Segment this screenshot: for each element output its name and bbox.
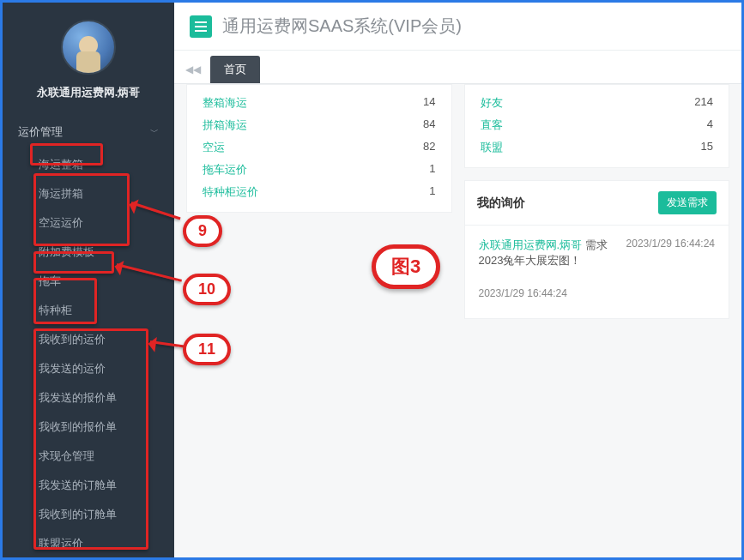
inquiry-row: 永联通用运费网.炳哥 需求 2023兔年大展宏图！ 2023/1/29 16:4… (479, 238, 716, 268)
rate-value: 84 (423, 117, 435, 133)
contact-label[interactable]: 联盟 (481, 140, 503, 155)
profile: 永联通用运费网.炳哥 (3, 13, 174, 114)
sidebar-item-air[interactable]: 空运运价 (3, 208, 174, 238)
inquiry-ask: 需求 (585, 238, 608, 251)
inquiry-msg: 2023兔年大展宏图！ (479, 254, 582, 267)
col-left: 整箱海运 14 拼箱海运 84 空运 82 拖车运价 1 (186, 84, 452, 552)
sidebar-item-recv-book[interactable]: 我收到的订舱单 (3, 500, 174, 529)
panel-contacts: 好友 214 直客 4 联盟 15 (464, 84, 730, 168)
submenu: 海运整箱 海运拼箱 空运运价 附加费模板 拖车 特种柜 我收到的运价 我发送的运… (3, 150, 174, 557)
contact-value: 214 (694, 95, 713, 111)
rate-label[interactable]: 整箱海运 (203, 95, 247, 111)
panel-title: 我的询价 (477, 196, 525, 211)
page-title: 通用运费网SAAS系统(VIP会员) (222, 15, 462, 38)
sidebar-item-fcl[interactable]: 海运整箱 (3, 150, 174, 179)
content: 整箱海运 14 拼箱海运 84 空运 82 拖车运价 1 (174, 84, 741, 557)
list-item: 整箱海运 14 (187, 92, 451, 114)
rate-label[interactable]: 拖车运价 (203, 162, 247, 178)
sidebar-item-sent-book[interactable]: 我发送的订舱单 (3, 471, 174, 500)
inquiry-body: 永联通用运费网.炳哥 需求 2023兔年大展宏图！ 2023/1/29 16:4… (465, 226, 729, 318)
username: 永联通用运费网.炳哥 (3, 81, 174, 109)
sidebar-item-recv-rate[interactable]: 我收到的运价 (3, 325, 174, 354)
tab-prev-icon[interactable]: ◀◀ (184, 59, 202, 80)
rate-label[interactable]: 特种柜运价 (203, 184, 258, 200)
sidebar-item-warehouse[interactable]: 求现仓管理 (3, 442, 174, 471)
inquiry-text: 永联通用运费网.炳哥 需求 2023兔年大展宏图！ (479, 238, 608, 268)
tabbar: ◀◀ 首页 (174, 51, 741, 84)
main: 通用运费网SAAS系统(VIP会员) ◀◀ 首页 整箱海运 14 拼箱海运 84 (174, 3, 741, 557)
contact-label[interactable]: 好友 (481, 95, 503, 111)
sidebar-item-sent-quote[interactable]: 我发送的报价单 (3, 383, 174, 412)
rate-label[interactable]: 空运 (203, 140, 225, 155)
list-item: 好友 214 (465, 92, 729, 114)
hamburger-icon[interactable] (190, 15, 212, 38)
rate-value: 82 (423, 140, 435, 155)
list-item: 拼箱海运 84 (187, 114, 451, 136)
menu-section-label: 运价管理 (18, 124, 63, 140)
panel-inquiry: 我的询价 发送需求 永联通用运费网.炳哥 需求 2023兔年大展宏图！ 2023… (464, 180, 730, 319)
send-request-button[interactable]: 发送需求 (658, 191, 717, 214)
sidebar-item-lcl[interactable]: 海运拼箱 (3, 179, 174, 208)
sidebar-item-special[interactable]: 特种柜 (3, 296, 174, 325)
rate-value: 1 (429, 162, 435, 178)
contact-label[interactable]: 直客 (481, 117, 503, 133)
list-item: 拖车运价 1 (187, 159, 451, 181)
chevron-down-icon: ﹀ (150, 126, 159, 138)
rate-value: 14 (423, 95, 435, 111)
panel-rates: 整箱海运 14 拼箱海运 84 空运 82 拖车运价 1 (186, 84, 452, 213)
inquiry-timestamp: 2023/1/29 16:44:24 (626, 238, 715, 250)
list-item: 空运 82 (187, 136, 451, 159)
sidebar-item-recv-quote[interactable]: 我收到的报价单 (3, 412, 174, 442)
col-right: 好友 214 直客 4 联盟 15 我的询价 发送需求 (464, 84, 730, 552)
contact-value: 15 (701, 140, 713, 155)
list-item: 特种柜运价 1 (187, 181, 451, 203)
rate-label[interactable]: 拼箱海运 (203, 117, 247, 133)
avatar[interactable] (61, 20, 116, 75)
sidebar-item-surcharge[interactable]: 附加费模板 (3, 238, 174, 267)
sidebar: 永联通用运费网.炳哥 运价管理 ﹀ 海运整箱 海运拼箱 空运运价 附加费模板 拖… (3, 3, 174, 557)
sidebar-item-alliance[interactable]: 联盟运价 (3, 529, 174, 557)
rate-value: 1 (429, 184, 435, 200)
sidebar-item-trailer[interactable]: 拖车 (3, 267, 174, 296)
panel-header: 我的询价 发送需求 (465, 181, 729, 226)
tab-home[interactable]: 首页 (210, 56, 260, 83)
menu-section-pricing[interactable]: 运价管理 ﹀ (3, 114, 174, 150)
list-item: 联盟 15 (465, 136, 729, 159)
sidebar-item-sent-rate[interactable]: 我发送的运价 (3, 354, 174, 383)
list-item: 直客 4 (465, 114, 729, 136)
inquiry-user[interactable]: 永联通用运费网.炳哥 (479, 238, 583, 251)
header: 通用运费网SAAS系统(VIP会员) (174, 3, 741, 51)
contact-value: 4 (707, 117, 713, 133)
inquiry-timestamp: 2023/1/29 16:44:24 (479, 287, 716, 299)
